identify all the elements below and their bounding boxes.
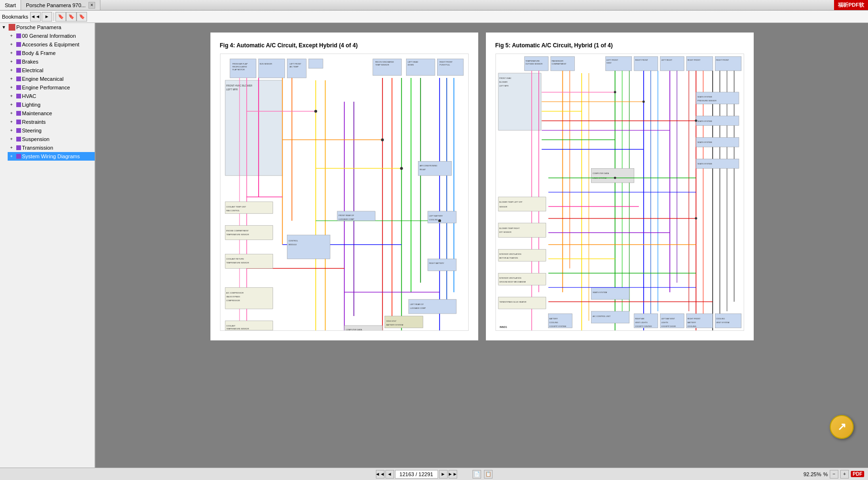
svg-text:A/C CONTROL UNIT: A/C CONTROL UNIT	[593, 315, 611, 317]
nav-next-button[interactable]: ►	[439, 470, 448, 479]
svg-text:SEATS SYSTEM: SEATS SYSTEM	[697, 163, 712, 165]
toolbar-icon-1[interactable]: 🔖	[55, 12, 66, 22]
view-mode-double[interactable]: 📋	[484, 470, 493, 479]
svg-text:COOLING: COOLING	[429, 218, 438, 221]
tab-start-label: Start	[5, 2, 16, 8]
label-brakes: Brakes	[22, 59, 38, 65]
svg-text:HIGH-VOLT: HIGH-VOLT	[386, 320, 396, 322]
expand-engine-perf: +	[8, 84, 15, 91]
icon-body	[16, 51, 21, 55]
svg-text:SUN SENSOR: SUN SENSOR	[259, 63, 272, 65]
svg-text:RECIRCULATED: RECIRCULATED	[232, 65, 247, 68]
sidebar-item-general[interactable]: + 00 General Information	[8, 32, 95, 40]
icon-transmission	[16, 145, 21, 150]
nav-prev-button[interactable]: ◄	[385, 470, 394, 479]
svg-text:FRONT HVAC: FRONT HVAC	[499, 77, 511, 79]
sidebar-item-body[interactable]: + Body & Frame	[8, 49, 95, 57]
svg-text:COMPUTER DATA: COMPUTER DATA	[593, 172, 609, 175]
svg-text:PUSH PULL: PUSH PULL	[439, 64, 450, 66]
sidebar-item-lighting[interactable]: + Lighting	[8, 100, 95, 109]
svg-text:A/C COMPRESSOR: A/C COMPRESSOR	[226, 292, 243, 294]
svg-text:COMPUTER DATA: COMPUTER DATA	[345, 328, 362, 330]
svg-text:LEFT FRONT: LEFT FRONT	[606, 59, 618, 61]
svg-text:DOWN: DOWN	[407, 64, 414, 66]
expand-electrical: +	[8, 66, 15, 74]
pdf-brand-badge: 福昕PDF软	[834, 0, 868, 10]
svg-text:FRONT REAR OF: FRONT REAR OF	[339, 214, 354, 217]
svg-text:COCKPIT CENTER: COCKPIT CENTER	[635, 325, 651, 327]
left-diagram-title: Fig 4: Automatic A/C Circuit, Except Hyb…	[220, 42, 469, 49]
svg-rect-4	[308, 59, 323, 68]
right-diagram-area: TEMPERATURE OUTSIDE SENSOR PASSENGER COM…	[495, 54, 744, 331]
svg-text:MODULE: MODULE	[288, 243, 297, 246]
label-suspension: Suspension	[22, 136, 50, 142]
expand-general: +	[8, 32, 15, 40]
zoom-out-button[interactable]: −	[830, 470, 838, 479]
sidebar-item-steering[interactable]: + Steering	[8, 126, 95, 135]
page-number-input[interactable]	[395, 470, 438, 479]
sidebar-item-hvac[interactable]: + HVAC	[8, 92, 95, 100]
bookmarks-label: Bookmarks	[2, 14, 28, 20]
root-expand-icon: ▼	[0, 23, 8, 31]
tab-start[interactable]: Start	[0, 0, 21, 10]
svg-point-88	[381, 138, 384, 141]
label-electrical: Electrical	[22, 67, 44, 73]
svg-text:TERM BYPASS GLUE HEATER: TERM BYPASS GLUE HEATER	[499, 301, 526, 303]
fab-button[interactable]: ↗	[830, 415, 854, 439]
sidebar-item-accessories[interactable]: + Accesories & Equipment	[8, 40, 95, 49]
expand-hvac: +	[8, 92, 15, 100]
zoom-in-button[interactable]: +	[840, 470, 849, 479]
main-layout: ▼ Porsche Panamera + 00 General Informat…	[0, 23, 868, 468]
svg-text:LEFT RIGHT: LEFT RIGHT	[661, 59, 672, 61]
label-hvac: HVAC	[22, 93, 36, 99]
icon-general	[16, 33, 21, 38]
svg-text:BLOWER TEMP RIGHT: BLOWER TEMP RIGHT	[499, 227, 519, 229]
svg-text:BLOWER: BLOWER	[499, 81, 507, 83]
collapse-all-button[interactable]: ◄◄	[30, 12, 41, 22]
sidebar-item-engine-perf[interactable]: + Engine Performance	[8, 83, 95, 92]
title-bar: Start Porsche Panamera 970... × 福昕PDF软	[0, 0, 868, 11]
sidebar-item-restraints[interactable]: + Restraints	[8, 118, 95, 126]
view-mode-single[interactable]: 📄	[472, 470, 481, 479]
svg-text:RELAY: RELAY	[419, 168, 426, 171]
label-steering: Steering	[22, 128, 42, 133]
content-area[interactable]: Fig 4: Automatic A/C Circuit, Except Hyb…	[96, 23, 868, 468]
sidebar-item-wiring[interactable]: + System Wiring Diagrams	[8, 152, 95, 161]
expand-button[interactable]: ►	[42, 12, 52, 22]
svg-text:RIGHT BATTERY: RIGHT BATTERY	[429, 262, 444, 264]
tab-close-button[interactable]: ×	[88, 2, 95, 9]
icon-suspension	[16, 137, 21, 142]
expand-lighting: +	[8, 101, 15, 109]
sidebar-root-item[interactable]: ▼ Porsche Panamera	[0, 23, 95, 32]
svg-text:COOLING: COOLING	[549, 321, 558, 324]
sidebar-root-label: Porsche Panamera	[16, 24, 61, 30]
svg-text:FRESH AIR FLAP: FRESH AIR FLAP	[232, 63, 247, 65]
svg-text:MOTOR ACTIVATION: MOTOR ACTIVATION	[499, 257, 517, 259]
svg-text:TEMPERATURE: TEMPERATURE	[525, 60, 539, 62]
expand-suspension: +	[8, 135, 15, 143]
tab-area: Start Porsche Panamera 970... ×	[0, 0, 834, 10]
svg-text:PASSENGER: PASSENGER	[551, 60, 563, 62]
sidebar-item-maintenance[interactable]: + Maintenance	[8, 109, 95, 118]
svg-text:COOLANT: COOLANT	[226, 325, 235, 327]
sidebar-item-suspension[interactable]: + Suspension	[8, 135, 95, 143]
nav-first-button[interactable]: ◄◄	[376, 470, 385, 479]
sidebar-item-transmission[interactable]: + Transmission	[8, 143, 95, 152]
label-general: 00 General Information	[22, 33, 76, 39]
svg-text:LUGGAGE COMP: LUGGAGE COMP	[410, 307, 426, 309]
expand-body: +	[8, 49, 15, 57]
svg-text:LIGHTS: LIGHTS	[661, 321, 668, 324]
expand-wiring: +	[8, 153, 15, 160]
svg-rect-141	[696, 92, 739, 104]
svg-text:SEATS SYSTEM: SEATS SYSTEM	[593, 291, 607, 294]
nav-last-button[interactable]: ►►	[449, 470, 457, 479]
sidebar-item-engine-mec[interactable]: + Engine Mecanical	[8, 75, 95, 83]
svg-text:RIGHT FRONT: RIGHT FRONT	[687, 317, 701, 320]
sidebar-item-electrical[interactable]: + Electrical	[8, 66, 95, 75]
svg-text:VENT LIGHTS: VENT LIGHTS	[635, 321, 647, 324]
toolbar-icon-2[interactable]: 🔖	[66, 12, 77, 22]
tab-document[interactable]: Porsche Panamera 970... ×	[21, 0, 100, 10]
svg-text:INNO1: INNO1	[499, 326, 506, 328]
sidebar-item-brakes[interactable]: + Brakes	[8, 57, 95, 66]
toolbar-icon-3[interactable]: 🔖	[77, 12, 87, 22]
